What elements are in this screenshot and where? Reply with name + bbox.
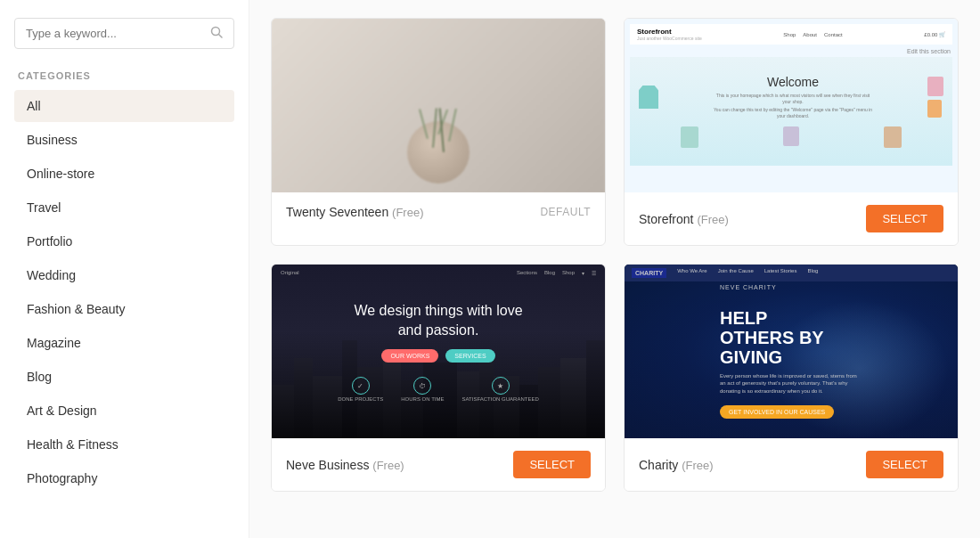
charity-badge: CHARITY xyxy=(632,268,666,278)
categories-label: CATEGORIES xyxy=(14,70,234,81)
neve-buttons: OUR WORKS SERVICES xyxy=(338,349,538,363)
charity-desc: Every person whose life is improved or s… xyxy=(720,372,862,395)
theme-card-charity: CHARITY Who We Are Join the Cause Latest… xyxy=(624,264,959,492)
theme-preview-storefront: Storefront Just another WooCommerce site… xyxy=(625,19,958,192)
sidebar-item-art-design[interactable]: Art & Design xyxy=(14,395,234,427)
theme-footer-storefront: Storefront (Free) SELECT xyxy=(625,192,958,245)
sidebar: CATEGORIES All Business Online-store Tra… xyxy=(0,0,249,538)
neve-stats: ✓ DONE PROJECTS ⏱ HOURS ON TIME ★ SATISF… xyxy=(338,377,538,402)
cloth-right-1 xyxy=(927,77,943,96)
charity-header-bar: CHARITY Who We Are Join the Cause Latest… xyxy=(625,265,958,281)
select-button-neve-business[interactable]: SELECT xyxy=(513,451,591,478)
theme-card-twenty-seventeen: Twenty Seventeen (Free) DEFAULT xyxy=(271,18,606,246)
svg-line-1 xyxy=(219,35,223,38)
charity-content: NEVE CHARITY HELPOTHERS BYGIVING Every p… xyxy=(711,275,871,428)
theme-preview-charity: CHARITY Who We Are Join the Cause Latest… xyxy=(625,265,958,438)
charity-cta-button: GET INVOLVED IN OUR CAUSES xyxy=(720,405,834,419)
search-input[interactable] xyxy=(26,27,210,40)
neve-stat-3: ★ SATISFACTION GUARANTEED xyxy=(462,377,539,402)
select-button-storefront[interactable]: SELECT xyxy=(866,205,943,232)
sidebar-item-travel[interactable]: Travel xyxy=(14,192,234,224)
sf-welcome: Welcome xyxy=(713,75,873,89)
cloth-bottom-1 xyxy=(681,126,698,148)
select-button-charity[interactable]: SELECT xyxy=(866,451,943,478)
sidebar-item-business[interactable]: Business xyxy=(14,124,234,156)
sidebar-item-fashion-beauty[interactable]: Fashion & Beauty xyxy=(14,293,234,325)
sidebar-item-blog[interactable]: Blog xyxy=(14,361,234,393)
neve-btn-services: SERVICES xyxy=(445,349,494,363)
sf-tagline: Just another WooCommerce site xyxy=(637,36,702,41)
theme-footer-charity: Charity (Free) SELECT xyxy=(625,438,958,491)
theme-card-neve-business: Original SectionsBlogShop▾☰ We design th… xyxy=(271,264,606,492)
sidebar-item-all[interactable]: All xyxy=(14,90,234,122)
theme-name-charity: Charity (Free) xyxy=(639,458,714,472)
cloth-left xyxy=(639,86,658,109)
sf-sub: This is your homepage which is what most… xyxy=(713,93,873,105)
sidebar-item-magazine[interactable]: Magazine xyxy=(14,327,234,359)
sidebar-item-health-fitness[interactable]: Health & Fitness xyxy=(14,428,234,461)
sidebar-item-portfolio[interactable]: Portfolio xyxy=(14,225,234,257)
theme-name-storefront: Storefront (Free) xyxy=(639,212,729,226)
sidebar-item-photography[interactable]: Photography xyxy=(14,462,234,494)
theme-footer-twenty-seventeen: Twenty Seventeen (Free) DEFAULT xyxy=(272,192,605,232)
sf-nav: Shop About Contact xyxy=(783,32,842,37)
neve-title: We design things with love and passion. xyxy=(338,301,538,341)
theme-card-storefront: Storefront Just another WooCommerce site… xyxy=(624,18,959,246)
theme-name-twenty-seventeen: Twenty Seventeen (Free) xyxy=(286,205,424,219)
sidebar-item-online-store[interactable]: Online-store xyxy=(14,158,234,190)
sf-header: Storefront Just another WooCommerce site… xyxy=(630,24,952,45)
search-box[interactable] xyxy=(14,18,234,49)
category-list: All Business Online-store Travel Portfol… xyxy=(14,90,234,494)
search-icon xyxy=(210,26,223,41)
neve-stat-2: ⏱ HOURS ON TIME xyxy=(401,377,444,402)
cloth-bottom-3 xyxy=(884,126,902,148)
charity-sub-title: NEVE CHARITY xyxy=(720,284,862,290)
theme-name-neve-business: Neve Business (Free) xyxy=(286,458,404,472)
neve-top-bar: Original SectionsBlogShop▾☰ xyxy=(272,265,605,281)
theme-footer-neve-business: Neve Business (Free) SELECT xyxy=(272,438,605,491)
theme-preview-twenty-seventeen xyxy=(272,19,605,192)
sf-brand: Storefront xyxy=(637,28,702,36)
cloth-bottom-2 xyxy=(783,126,799,146)
sidebar-item-wedding[interactable]: Wedding xyxy=(14,259,234,291)
sf-body: Welcome This is your homepage which is w… xyxy=(630,57,952,166)
neve-stat-1: ✓ DONE PROJECTS xyxy=(338,377,383,402)
neve-btn-works: OUR WORKS xyxy=(381,349,438,363)
cloth-right-2 xyxy=(927,100,942,118)
main-content: Twenty Seventeen (Free) DEFAULT Storefro… xyxy=(249,0,980,538)
themes-grid: Twenty Seventeen (Free) DEFAULT Storefro… xyxy=(271,18,959,492)
charity-title: HELPOTHERS BYGIVING xyxy=(720,308,862,367)
theme-preview-neve: Original SectionsBlogShop▾☰ We design th… xyxy=(272,265,605,438)
theme-default-badge: DEFAULT xyxy=(540,206,591,218)
neve-content: We design things with love and passion. … xyxy=(338,301,538,403)
